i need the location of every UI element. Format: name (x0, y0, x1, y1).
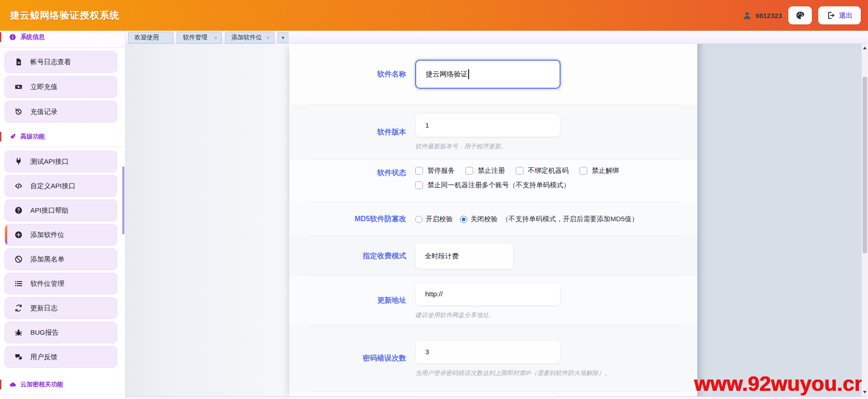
sidebar-item-custom-api[interactable]: 自定义API接口 (5, 175, 117, 197)
sidebar-item-label: 用户反馈 (30, 353, 58, 361)
radio-md5-off[interactable] (460, 216, 467, 223)
sidebar-item-label: 自定义API接口 (30, 182, 75, 190)
field-label-charge-mode: 指定收费模式 (363, 252, 406, 261)
content-left-gutter (125, 44, 289, 399)
theme-palette-button[interactable] (788, 6, 812, 24)
checkbox-label: 禁止同一机器注册多个账号（不支持单码模式） (427, 181, 570, 190)
field-label-password-error: 密码错误次数 (363, 354, 406, 363)
field-label-software-name: 软件名称 (377, 70, 406, 79)
scroll-down-arrow[interactable] (862, 389, 868, 395)
code-icon (14, 182, 23, 190)
field-label-md5-protect: MD5软件防篡改 (355, 214, 406, 224)
sidebar-item-label: 添加黑名单 (30, 255, 64, 264)
plug-icon (14, 157, 23, 166)
form-panel: 软件名称 捷云网络验证 软件版本 1 软件最新版本号，用于程序更新。 (289, 44, 697, 399)
form-row-md5-protect: MD5软件防篡改 开启校验 关闭校验 （不支持单码模式，开启后需要添加MD5值） (289, 202, 697, 236)
md5-note: （不支持单码模式，开启后需要添加MD5值） (502, 215, 638, 223)
sidebar-item-label: 添加软件位 (30, 231, 64, 239)
field-label-software-version: 软件版本 (377, 128, 406, 137)
sidebar-item-update-log[interactable]: 更新日志 (5, 297, 117, 319)
header-actions: 9812323 退出 (742, 6, 861, 24)
document-icon (14, 58, 23, 66)
field-hint: 软件最新版本号，用于程序更新。 (415, 142, 697, 151)
checkbox-no-machine-bind[interactable] (516, 167, 523, 175)
tab-close-icon[interactable]: × (267, 35, 270, 41)
tab-software-manage[interactable]: 软件管理 × (177, 32, 222, 43)
sidebar-item-bug-report[interactable]: BUG报告 (5, 322, 117, 343)
checkbox-label: 禁止解绑 (592, 166, 619, 175)
checkbox-forbid-register[interactable] (465, 167, 473, 175)
sidebar-item-user-feedback[interactable]: 用户反馈 (5, 346, 117, 368)
ban-icon (14, 255, 23, 263)
logout-icon (826, 11, 835, 20)
user-info: 9812323 (742, 10, 782, 20)
bug-icon (14, 328, 23, 337)
form-row-update-url: 更新地址 http:// 建议使用软件网盘分享地址。 (289, 276, 697, 325)
form-row-software-name: 软件名称 捷云网络验证 (289, 44, 697, 104)
field-label-update-url: 更新地址 (377, 296, 406, 305)
sidebar-item-recharge-history[interactable]: 充值记录 (5, 101, 117, 123)
form-row-charge-mode: 指定收费模式 全时段计费 (289, 236, 697, 276)
app-title: 捷云鲸网络验证授权系统 (10, 9, 120, 22)
software-name-input[interactable]: 捷云网络验证 (415, 60, 561, 89)
charge-mode-select[interactable]: 全时段计费 (415, 243, 513, 269)
software-version-input[interactable]: 1 (415, 114, 561, 137)
divider (0, 47, 125, 48)
field-hint: 建议使用软件网盘分享地址。 (415, 311, 697, 319)
radio-label: 关闭校验 (470, 215, 498, 223)
tab-label: 添加软件位 (231, 33, 267, 42)
radio-md5-on[interactable] (415, 216, 422, 223)
refresh-icon (14, 304, 23, 312)
horizontal-scrollbar-track[interactable] (125, 396, 868, 399)
sidebar-item-account-log[interactable]: 帐号日志查看 (5, 51, 117, 73)
tab-label: 软件管理 (183, 33, 212, 42)
sidebar-item-add-blacklist[interactable]: 添加黑名单 (5, 248, 117, 270)
content-right-gutter (697, 44, 862, 399)
sidebar-item-label: API接口帮助 (30, 206, 68, 215)
sidebar-item-test-api[interactable]: 测试API接口 (5, 151, 117, 172)
tab-bar: 欢迎使用 软件管理 × 添加软件位 × ▾ (125, 31, 868, 44)
checkbox-forbid-unbind[interactable] (580, 167, 587, 175)
select-value: 全时段计费 (425, 252, 459, 261)
palette-icon (795, 10, 805, 20)
tab-add-software-slot[interactable]: 添加软件位 × (225, 32, 274, 43)
plus-circle-icon (14, 231, 23, 239)
list-icon (14, 280, 23, 288)
field-label-software-status: 软件状态 (377, 168, 406, 178)
sidebar-scrollbar-thumb[interactable] (122, 166, 125, 234)
divider (0, 147, 125, 147)
logout-button[interactable]: 退出 (818, 6, 861, 24)
tab-welcome[interactable]: 欢迎使用 (128, 32, 173, 43)
tab-close-icon[interactable]: × (214, 35, 217, 41)
main-scrollbar[interactable] (862, 44, 868, 396)
tab-list-dropdown-button[interactable]: ▾ (278, 32, 288, 43)
checkbox-label: 暂停服务 (427, 166, 455, 175)
sidebar-item-recharge[interactable]: 立即充值 (5, 76, 117, 98)
sidebar-item-add-software-slot[interactable]: 添加软件位 (5, 224, 117, 246)
checkbox-label: 禁止注册 (478, 166, 505, 175)
sidebar-item-label: BUG报告 (30, 328, 59, 337)
info-icon (9, 33, 16, 41)
sidebar-section-cloud-encrypt: 云加密相关功能 (0, 380, 125, 389)
password-error-input[interactable]: 3 (415, 340, 561, 364)
sidebar-item-slot-management[interactable]: 软件位管理 (5, 273, 117, 294)
sidebar-item-label: 帐号日志查看 (30, 58, 71, 66)
input-value: 捷云网络验证 (426, 70, 468, 79)
section-accent-bar (0, 32, 1, 42)
radio-label: 开启校验 (426, 215, 453, 223)
sidebar-item-label: 立即充值 (30, 83, 58, 91)
update-url-input[interactable]: http:// (415, 282, 561, 306)
section-label: 云加密相关功能 (20, 380, 63, 389)
scrollbar-thumb[interactable] (863, 77, 867, 253)
checkbox-pause-service[interactable] (415, 167, 423, 175)
sidebar-section-system-info: 系统信息 (0, 33, 125, 41)
history-icon (14, 108, 23, 116)
section-label: 系统信息 (20, 33, 45, 41)
username: 9812323 (756, 12, 782, 19)
form-row-password-error: 密码错误次数 3 当用户登录密码错误次数达到上限即封禁IP（需要到软件防火墙解除… (289, 325, 697, 392)
text-caret (468, 69, 469, 79)
scroll-up-arrow[interactable] (862, 45, 868, 51)
sidebar-item-api-help[interactable]: API接口帮助 (5, 200, 117, 221)
checkbox-forbid-multi-account[interactable] (415, 181, 423, 189)
sidebar-item-label: 充值记录 (30, 108, 58, 116)
